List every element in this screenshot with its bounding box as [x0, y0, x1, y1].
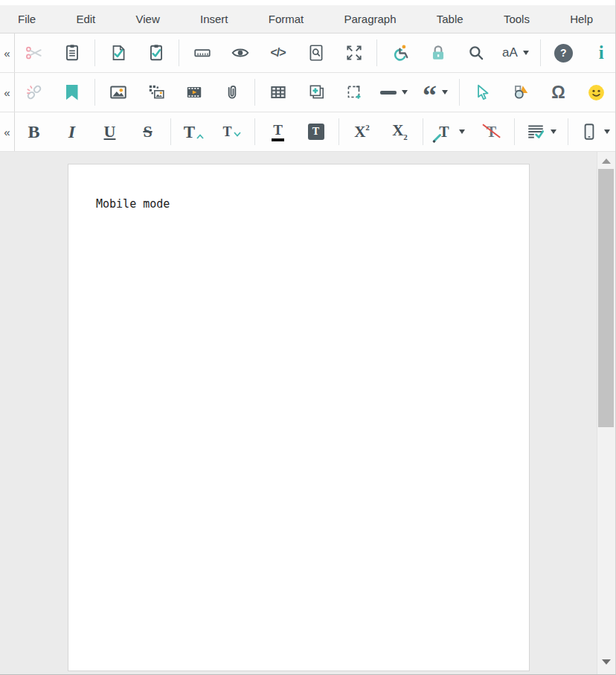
font-size-down-button[interactable]: T	[218, 116, 246, 147]
scroll-up-arrow-icon[interactable]	[602, 159, 611, 164]
info-button[interactable]: i	[588, 37, 615, 68]
separator	[540, 39, 541, 66]
clean-document-button[interactable]	[104, 37, 132, 68]
accessibility-icon	[391, 43, 410, 63]
collapse-row3-button[interactable]: «	[0, 112, 15, 151]
add-document-icon	[307, 83, 326, 102]
superscript-button[interactable]: X 2	[348, 116, 376, 147]
table-icon	[269, 83, 288, 102]
lock-button[interactable]	[424, 37, 452, 68]
select-cursor-button[interactable]	[469, 77, 496, 108]
toolbar-row-3: « B I U S T T T	[0, 112, 615, 152]
separator	[339, 118, 339, 145]
format-painter-icon: T	[434, 122, 454, 141]
omega-icon: Ω	[551, 83, 565, 103]
clear-formatting-button[interactable]: T	[478, 116, 505, 147]
font-size-dropdown-button[interactable]: aA	[500, 37, 531, 68]
emoji-button[interactable]	[583, 77, 610, 108]
smiley-icon	[587, 83, 606, 102]
attachment-button[interactable]	[218, 77, 246, 108]
fullscreen-icon	[344, 43, 364, 63]
menu-insert[interactable]: Insert	[200, 13, 228, 25]
menu-tools[interactable]: Tools	[504, 13, 530, 25]
special-character-button[interactable]: Ω	[545, 77, 572, 108]
menu-format[interactable]: Format	[269, 13, 304, 25]
quote-icon: “	[423, 90, 437, 102]
menu-edit[interactable]: Edit	[76, 13, 95, 25]
editor-page[interactable]: Mobile mode	[68, 164, 530, 671]
font-size-icon: aA	[502, 45, 518, 60]
italic-icon: I	[68, 123, 75, 141]
separator	[94, 39, 95, 66]
italic-button[interactable]: I	[58, 116, 86, 147]
dropdown-caret-icon	[523, 51, 529, 55]
strikethrough-button[interactable]: S	[134, 116, 161, 147]
help-button[interactable]: ?	[550, 37, 577, 68]
find-button[interactable]	[302, 37, 330, 68]
fullscreen-button[interactable]	[340, 37, 368, 68]
scissors-icon	[25, 43, 44, 63]
underline-button[interactable]: U	[96, 116, 123, 147]
horizontal-line-dropdown-button[interactable]	[378, 77, 410, 108]
shapes-button[interactable]	[507, 77, 534, 108]
clipboard-icon	[62, 43, 82, 63]
collapse-row1-button[interactable]: «	[0, 33, 15, 72]
menu-view[interactable]: View	[136, 13, 160, 25]
bookmark-icon	[66, 85, 78, 100]
image-manager-icon	[147, 83, 166, 102]
subscript-button[interactable]: X 2	[386, 116, 414, 147]
lock-icon	[429, 43, 448, 63]
font-size-up-button[interactable]: T	[180, 116, 208, 147]
menu-help[interactable]: Help	[570, 13, 593, 25]
font-size-down-icon: T	[222, 125, 240, 138]
text-color-button[interactable]: T	[264, 116, 292, 147]
eye-icon	[231, 43, 250, 63]
preview-button[interactable]	[226, 37, 254, 68]
paperclip-icon	[222, 83, 242, 102]
scroll-down-arrow-icon[interactable]	[602, 659, 611, 665]
collapse-row2-button[interactable]: «	[0, 73, 15, 112]
menu-table[interactable]: Table	[437, 13, 463, 25]
highlight-color-icon: T	[308, 124, 324, 140]
menu-paragraph[interactable]: Paragraph	[344, 13, 396, 25]
separator	[179, 39, 179, 66]
paragraph-style-dropdown-button[interactable]	[524, 116, 559, 147]
add-document-button[interactable]	[302, 77, 330, 108]
blockquote-dropdown-button[interactable]: “	[420, 77, 450, 108]
document-canvas: Mobile mode	[0, 152, 615, 674]
font-size-up-icon: T	[184, 124, 204, 141]
highlight-color-button[interactable]: T	[302, 116, 330, 147]
vertical-scrollbar[interactable]	[597, 152, 615, 674]
search-button[interactable]	[462, 37, 490, 68]
insert-table-button[interactable]	[264, 77, 292, 108]
insert-image-button[interactable]	[104, 77, 132, 108]
document-search-icon	[307, 43, 326, 63]
accessibility-button[interactable]	[386, 37, 414, 68]
insert-video-button[interactable]	[180, 77, 208, 108]
subscript-icon: X 2	[392, 123, 408, 141]
code-view-button[interactable]: </>	[264, 37, 292, 68]
separator	[514, 118, 515, 145]
strikethrough-icon: S	[143, 124, 152, 140]
bold-button[interactable]: B	[20, 116, 48, 147]
dropdown-caret-icon	[551, 129, 556, 134]
separator	[170, 118, 171, 145]
clean-paste-button[interactable]	[142, 37, 170, 68]
unlink-button[interactable]	[20, 77, 48, 108]
image-manager-button[interactable]	[142, 77, 170, 108]
insert-area-button[interactable]	[340, 77, 368, 108]
menu-file[interactable]: File	[18, 13, 36, 25]
ruler-button[interactable]	[188, 37, 216, 68]
scrollbar-thumb[interactable]	[598, 169, 614, 427]
paste-button[interactable]	[58, 37, 86, 68]
shapes-icon	[511, 83, 530, 102]
mobile-view-dropdown-button[interactable]	[577, 116, 612, 147]
cut-button[interactable]	[20, 37, 48, 68]
separator	[254, 79, 255, 106]
code-icon: </>	[270, 46, 285, 60]
question-icon: ?	[554, 44, 573, 63]
separator	[94, 79, 95, 106]
format-painter-dropdown-button[interactable]: T	[432, 116, 467, 147]
document-text: Mobile mode	[96, 197, 529, 211]
bookmark-button[interactable]	[58, 77, 86, 108]
